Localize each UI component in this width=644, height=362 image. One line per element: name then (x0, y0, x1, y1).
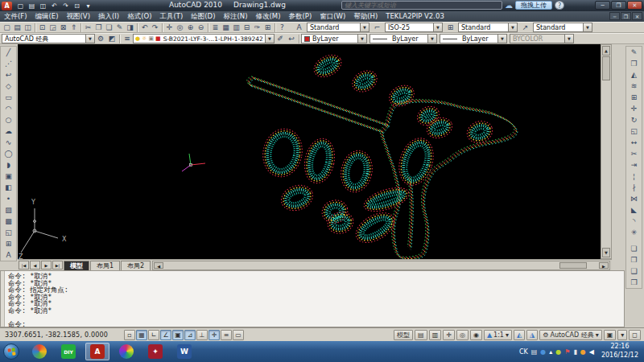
layer-properties-icon[interactable]: ≡ (122, 34, 133, 44)
extend-icon[interactable]: ⇥ (626, 159, 642, 171)
open-icon[interactable]: ▤ (27, 2, 37, 10)
app-swirl[interactable] (27, 343, 52, 360)
pan-icon[interactable]: ✛ (443, 330, 455, 340)
undo-icon[interactable]: ↶ (139, 23, 150, 33)
dyn-toggle[interactable]: ✛ (208, 330, 220, 340)
explode-icon[interactable]: ✳ (626, 227, 642, 238)
tool-palettes-icon[interactable]: ▥ (231, 23, 242, 33)
tab-模型[interactable]: 模型 (64, 261, 89, 270)
grid-toggle[interactable]: ▦ (136, 330, 147, 340)
auto-annotation-icon[interactable]: ◮ (526, 330, 538, 340)
menu-item-10[interactable]: 窗口(W) (316, 11, 349, 22)
chevron-down-icon[interactable]: ▼ (583, 23, 592, 31)
multiline-text-icon[interactable]: A (1, 249, 16, 261)
close-button[interactable]: ✕ (627, 1, 642, 10)
tab-nav-1[interactable]: ◀ (30, 261, 40, 269)
bring-above-icon[interactable]: ❑ (626, 265, 642, 277)
mirror-icon[interactable]: ◭ (626, 69, 642, 80)
bring-to-front-icon[interactable]: ❏ (626, 243, 642, 254)
join-icon[interactable]: ⋈ (626, 193, 642, 204)
battery-icon[interactable]: ▮ (573, 348, 576, 356)
chevron-down-icon[interactable]: ▼ (360, 23, 369, 31)
command-history[interactable]: 命令: *取消*命令: *取消*命令: 指定对角点:命令: *取消*命令: *取… (5, 271, 624, 327)
offset-icon[interactable]: ≋ (626, 80, 642, 92)
chevron-down-icon[interactable]: ▼ (265, 35, 274, 43)
osnap-toggle[interactable]: ▣ (172, 330, 184, 340)
chevron-down-icon[interactable]: ▼ (427, 35, 436, 43)
redo-icon[interactable]: ↷ (60, 2, 71, 10)
table-style-combo[interactable]: Standard▼ (458, 23, 518, 32)
app-pinwheel[interactable] (114, 343, 138, 360)
revision-cloud-icon[interactable]: ☁ (1, 125, 16, 137)
start-button[interactable] (3, 343, 19, 360)
make-block-icon[interactable]: ◧ (1, 182, 16, 193)
antivirus-icon[interactable]: ● (555, 348, 561, 356)
scroll-up-icon[interactable]: ▲ (602, 46, 610, 56)
doc-minimize-button[interactable]: ─ (609, 12, 620, 20)
print-icon[interactable]: ⊡ (72, 2, 82, 10)
hatch-icon[interactable]: ▨ (1, 204, 16, 216)
stretch-icon[interactable]: ↔ (626, 137, 642, 148)
tab-nav-0[interactable]: |◀ (19, 261, 29, 269)
menu-item-11[interactable]: 帮助(H) (349, 11, 382, 22)
scroll-down-icon[interactable]: ▼ (602, 248, 610, 257)
menu-item-7[interactable]: 标注(N) (219, 11, 251, 22)
qp-toggle[interactable]: ▭ (233, 330, 244, 340)
quick-view-drawings-icon[interactable]: ▥ (429, 330, 442, 340)
table-style-icon[interactable]: ⊞ (445, 23, 456, 33)
ime-icon[interactable]: ● (540, 348, 546, 356)
workspace-switch-button[interactable]: ⚙AutoCAD 经典▾ (539, 330, 602, 340)
menu-item-12[interactable]: TEKLA2PIP V2.03 (382, 11, 448, 22)
help-icon[interactable]: ? (555, 1, 564, 10)
line-icon[interactable]: ╱ (1, 47, 16, 58)
layer-combo[interactable]: ●☼▣■ S-B2021-LYF-3-...1-LPH-1-389242 ▼ (133, 34, 275, 43)
action-center-icon[interactable]: ⚑ (564, 348, 570, 356)
chevron-down-icon[interactable]: ▼ (85, 35, 94, 43)
ducs-toggle[interactable]: ⊥ (196, 330, 208, 340)
new-icon[interactable]: ▢ (2, 23, 12, 33)
menu-item-4[interactable]: 格式(O) (123, 11, 155, 22)
trim-icon[interactable]: ✂ (626, 148, 642, 159)
fillet-icon[interactable]: ◝ (626, 216, 642, 227)
menu-item-5[interactable]: 工具(T) (155, 11, 187, 22)
steering-wheel-icon[interactable]: ◉ (470, 330, 482, 340)
table-icon[interactable]: ⊞ (1, 238, 16, 249)
chevron-down-icon[interactable]: ▼ (357, 35, 366, 43)
erase-icon[interactable]: ✎ (626, 47, 642, 58)
minimize-button[interactable]: ─ (595, 1, 610, 10)
vertical-scrollbar[interactable]: ▲ ▼ (601, 44, 612, 259)
app-diy[interactable]: DIY (56, 343, 80, 360)
app-autocad[interactable]: A (85, 343, 109, 360)
circle-icon[interactable]: ○ (1, 114, 16, 125)
zoom-previous-icon[interactable]: ⊖ (196, 23, 206, 33)
clean-screen-button[interactable]: ◻ (629, 330, 641, 340)
lwt-toggle[interactable]: ≡ (221, 330, 232, 340)
dim-style-icon[interactable]: ⌐ (372, 23, 382, 33)
ellipse-arc-icon[interactable]: ◗ (1, 159, 16, 171)
tab-布局2[interactable]: 布局2 (121, 261, 151, 270)
polygon-icon[interactable]: ◇ (1, 80, 16, 92)
tab-布局1[interactable]: 布局1 (90, 261, 120, 270)
copy-icon[interactable]: ❐ (626, 58, 642, 69)
menu-item-3[interactable]: 插入(I) (94, 11, 123, 22)
scroll-right-icon[interactable]: ▶ (599, 262, 609, 269)
pan-icon[interactable]: ✛ (164, 23, 175, 33)
ortho-toggle[interactable]: ∟ (148, 330, 159, 340)
zoom-icon[interactable]: ◎ (456, 330, 469, 340)
scroll-left-icon[interactable]: ◀ (154, 262, 163, 269)
properties-icon[interactable]: ≣ (210, 23, 221, 33)
spline-icon[interactable]: ∿ (1, 137, 16, 148)
text-style-combo[interactable]: Standard▼ (307, 23, 369, 32)
keyboard-icon[interactable]: ▤ (531, 348, 538, 356)
arc-icon[interactable]: ◠ (1, 103, 16, 114)
designcenter-icon[interactable]: ▦ (221, 23, 231, 33)
alert-icon[interactable]: ● (580, 348, 586, 356)
annotation-scale-button[interactable]: ▲1:1▾ (484, 330, 512, 340)
color-combo[interactable]: ByLayer ▼ (301, 34, 367, 43)
model-space-button[interactable]: 模型 (394, 330, 413, 340)
plot-icon[interactable]: ⊡ (37, 23, 47, 33)
zoom-realtime-icon[interactable]: ◎ (175, 23, 185, 33)
send-to-back-icon[interactable]: ❐ (626, 254, 642, 265)
region-icon[interactable]: ◱ (1, 227, 16, 238)
polyline-icon[interactable]: ↩ (1, 69, 16, 80)
